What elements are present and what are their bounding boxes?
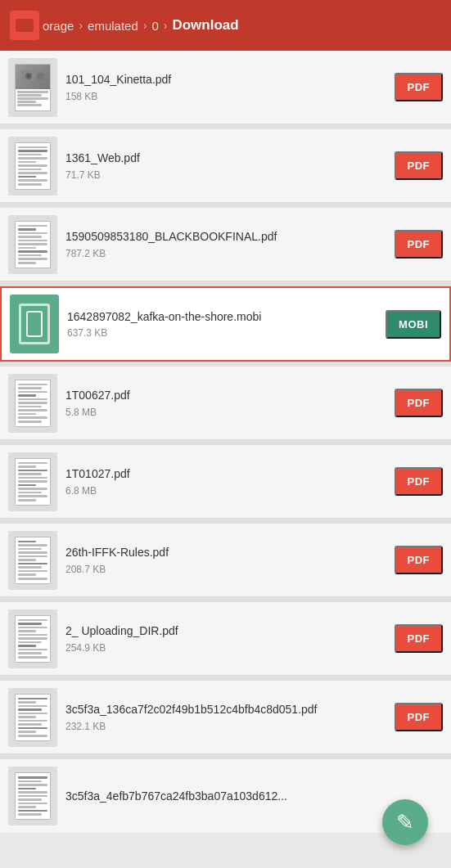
pdf-badge[interactable]: PDF: [395, 546, 444, 574]
breadcrumb-arrow-3: ›: [164, 19, 168, 32]
file-name: 26th-IFFK-Rules.pdf: [65, 545, 386, 560]
mobi-icon: [19, 304, 50, 344]
thumb-pdf: [15, 615, 51, 663]
thumb-lines: [16, 89, 50, 110]
svg-rect-1: [37, 73, 44, 79]
pdf-badge[interactable]: PDF: [395, 467, 444, 496]
file-thumbnail: [8, 531, 57, 590]
breadcrumb-arrow-2: ›: [143, 19, 147, 32]
list-item[interactable]: 1T01027.pdf 6.8 MB PDF: [0, 445, 451, 519]
pdf-badge[interactable]: PDF: [395, 151, 444, 180]
file-name: 1642897082_kafka-on-the-shore.mobi: [67, 309, 377, 324]
thumb-pdf: [15, 537, 51, 584]
thumb-pdf: [15, 458, 51, 506]
pdf-badge[interactable]: PDF: [395, 389, 444, 417]
file-info: 1361_Web.pdf 71.7 KB: [65, 151, 386, 180]
pdf-badge[interactable]: PDF: [395, 624, 444, 653]
edit-icon: ✎: [396, 812, 414, 833]
file-info: 101_104_Kinetta.pdf 158 KB: [65, 72, 386, 101]
pdf-badge[interactable]: PDF: [395, 230, 444, 259]
file-thumbnail: [8, 215, 57, 274]
list-item[interactable]: 26th-IFFK-Rules.pdf 208.7 KB PDF: [0, 524, 451, 597]
file-thumbnail: [8, 609, 57, 668]
file-info: 3c5f3a_4efb7b767ca24fb3ba07a103d612...: [65, 789, 443, 803]
file-name: 3c5f3a_4efb7b767ca24fb3ba07a103d612...: [65, 789, 443, 803]
file-size: 787.2 KB: [65, 248, 386, 259]
phone-icon: [26, 311, 43, 337]
mobi-badge[interactable]: MOBI: [386, 310, 441, 339]
file-info: 26th-IFFK-Rules.pdf 208.7 KB: [65, 545, 386, 574]
file-thumbnail: [8, 688, 57, 747]
file-size: 6.8 MB: [65, 485, 386, 497]
fab-edit-button[interactable]: ✎: [382, 799, 428, 845]
file-info: 1642897082_kafka-on-the-shore.mobi 637.3…: [67, 309, 377, 339]
file-name: 101_104_Kinetta.pdf: [65, 72, 386, 87]
thumb-pdf: [15, 694, 51, 741]
list-item[interactable]: 3c5f3a_136ca7f2c02f49b1b512c4bfb4c8d051.…: [0, 681, 451, 754]
file-name: 1T01027.pdf: [65, 466, 386, 481]
file-size: 232.1 KB: [65, 721, 386, 732]
thumb-kinetta: [15, 64, 51, 111]
file-size: 5.8 MB: [65, 407, 386, 418]
file-size: 254.9 KB: [65, 642, 386, 654]
file-name: 2_ Uploading_DIR.pdf: [65, 623, 386, 638]
breadcrumb-storage[interactable]: orage: [43, 19, 74, 33]
list-item[interactable]: 1590509853180_BLACKBOOKFINAL.pdf 787.2 K…: [0, 208, 451, 281]
file-thumbnail: [8, 58, 57, 117]
thumb-image: [16, 65, 50, 89]
list-item-selected[interactable]: 1642897082_kafka-on-the-shore.mobi 637.3…: [0, 286, 451, 362]
app-logo: [10, 11, 39, 40]
thumb-pdf: [15, 142, 51, 190]
file-info: 1T01027.pdf 6.8 MB: [65, 466, 386, 496]
list-item[interactable]: 1361_Web.pdf 71.7 KB PDF: [0, 129, 451, 203]
thumb-pdf: [15, 221, 51, 268]
file-size: 158 KB: [65, 91, 386, 102]
file-size: 208.7 KB: [65, 564, 386, 575]
file-thumbnail: [8, 452, 57, 511]
file-size: 71.7 KB: [65, 169, 386, 181]
breadcrumb-current: Download: [172, 17, 238, 34]
pdf-badge[interactable]: PDF: [395, 703, 444, 731]
file-thumbnail-mobi: [10, 295, 59, 353]
file-name: 3c5f3a_136ca7f2c02f49b1b512c4bfb4c8d051.…: [65, 702, 386, 717]
thumb-pdf: [15, 772, 51, 820]
svg-point-3: [27, 74, 30, 78]
file-name: 1590509853180_BLACKBOOKFINAL.pdf: [65, 229, 386, 244]
file-thumbnail: [8, 767, 57, 825]
breadcrumb-0[interactable]: 0: [151, 19, 158, 33]
app-header: orage › emulated › 0 › Download: [0, 0, 451, 51]
pdf-badge[interactable]: PDF: [395, 73, 444, 101]
file-name: 1361_Web.pdf: [65, 151, 386, 165]
thumb-pdf: [15, 380, 51, 427]
breadcrumb-emulated[interactable]: emulated: [88, 19, 138, 33]
file-info: 3c5f3a_136ca7f2c02f49b1b512c4bfb4c8d051.…: [65, 702, 386, 731]
file-info: 1T00627.pdf 5.8 MB: [65, 388, 386, 417]
list-item[interactable]: 1T00627.pdf 5.8 MB PDF: [0, 367, 451, 440]
file-thumbnail: [8, 374, 57, 433]
file-info: 1590509853180_BLACKBOOKFINAL.pdf 787.2 K…: [65, 229, 386, 259]
breadcrumb-arrow-1: ›: [79, 19, 83, 32]
logo-icon: [16, 19, 34, 32]
list-item[interactable]: 2_ Uploading_DIR.pdf 254.9 KB PDF: [0, 602, 451, 676]
file-size: 637.3 KB: [67, 327, 377, 339]
file-thumbnail: [8, 137, 57, 196]
file-name: 1T00627.pdf: [65, 388, 386, 403]
list-item[interactable]: 101_104_Kinetta.pdf 158 KB PDF: [0, 51, 451, 124]
file-info: 2_ Uploading_DIR.pdf 254.9 KB: [65, 623, 386, 653]
file-list: 101_104_Kinetta.pdf 158 KB PDF 1361_W: [0, 51, 451, 833]
